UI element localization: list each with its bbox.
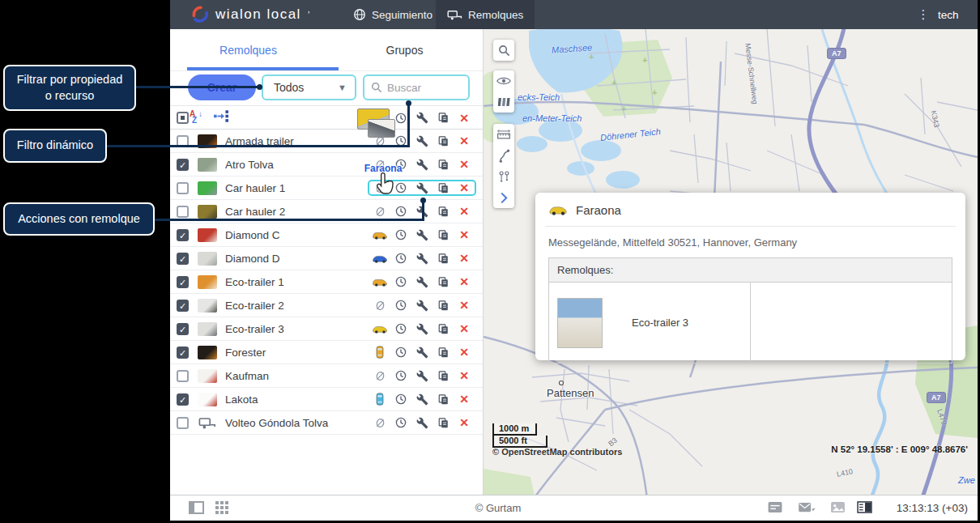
history-icon[interactable] — [390, 322, 411, 335]
map-layers-button[interactable] — [493, 91, 514, 113]
trailer-marker-faraona[interactable]: Faraona — [357, 108, 409, 198]
row-checkbox[interactable] — [177, 417, 189, 429]
copy-icon[interactable] — [432, 276, 454, 288]
unbind-icon[interactable] — [369, 300, 390, 312]
properties-icon[interactable] — [411, 393, 432, 406]
expand-tools-button[interactable] — [493, 187, 514, 208]
row-checkbox[interactable]: ✓ — [177, 323, 189, 335]
delete-icon[interactable]: ✕ — [454, 369, 475, 382]
trailer-name[interactable]: Diamond C — [225, 229, 369, 241]
tab-remolques-panel[interactable]: Remolques — [170, 29, 326, 70]
panel-toggle-icon[interactable] — [189, 501, 204, 517]
properties-icon[interactable] — [411, 182, 432, 194]
row-checkbox[interactable]: ✓ — [177, 276, 189, 288]
search-input[interactable] — [387, 82, 460, 94]
trailer-name[interactable]: Forester — [225, 347, 369, 359]
media-icon[interactable] — [830, 501, 846, 517]
bound-unit-icon[interactable] — [369, 393, 390, 406]
map-search-button[interactable] — [493, 40, 514, 61]
row-checkbox[interactable] — [177, 182, 189, 194]
history-icon[interactable] — [390, 369, 411, 382]
trailer-name[interactable]: Lakota — [225, 393, 369, 406]
properties-icon[interactable] — [411, 417, 432, 429]
apps-grid-icon[interactable] — [215, 501, 228, 517]
user-menu[interactable]: tech — [938, 0, 959, 29]
properties-icon[interactable] — [411, 300, 432, 312]
delete-icon[interactable]: ✕ — [454, 134, 475, 147]
trailer-name[interactable]: Kaufman — [225, 370, 369, 382]
visibility-button[interactable] — [493, 70, 514, 91]
row-checkbox[interactable]: ✓ — [177, 229, 189, 241]
nearest-units-button[interactable] — [493, 166, 514, 187]
trailer-name[interactable]: Car hauler 1 — [225, 182, 369, 194]
bound-unit-icon[interactable] — [369, 324, 390, 334]
history-icon[interactable] — [390, 252, 411, 265]
trailer-photo-thumb[interactable] — [198, 158, 217, 172]
trailer-photo-thumb[interactable] — [198, 299, 217, 313]
copy-icon[interactable] — [432, 347, 454, 359]
property-filter-dropdown[interactable]: Todos ▼ — [262, 74, 356, 100]
trailer-photo-thumb[interactable] — [198, 369, 217, 383]
trailer-name[interactable]: Volteo Góndola Tolva — [225, 417, 369, 429]
tab-grupos[interactable]: Grupos — [326, 29, 483, 70]
trailer-name[interactable]: Eco-trailer 2 — [225, 300, 369, 312]
tab-remolques[interactable]: Remolques — [436, 0, 535, 29]
history-icon[interactable] — [390, 393, 411, 406]
bound-unit-icon[interactable] — [369, 277, 390, 287]
ruler-button[interactable] — [493, 124, 514, 145]
unbind-icon[interactable] — [369, 206, 390, 218]
copy-icon[interactable] — [432, 393, 454, 406]
row-checkbox[interactable] — [177, 206, 189, 218]
trailer-photo-thumb[interactable] — [198, 205, 217, 219]
routing-button[interactable] — [493, 145, 514, 166]
history-icon[interactable] — [390, 346, 411, 359]
copy-icon[interactable] — [432, 182, 454, 194]
history-icon[interactable] — [390, 275, 411, 288]
trailer-name[interactable]: Eco-trailer 1 — [225, 276, 369, 288]
sms-icon[interactable] — [798, 501, 816, 517]
trailer-photo-thumb[interactable] — [198, 181, 217, 195]
delete-icon[interactable]: ✕ — [454, 299, 475, 312]
trailer-photo-thumb[interactable] — [198, 346, 217, 359]
row-checkbox[interactable]: ✓ — [177, 347, 189, 359]
trailer-photo-thumb[interactable] — [198, 275, 217, 289]
trailer-photo-thumb[interactable] — [198, 393, 217, 406]
row-checkbox[interactable] — [177, 370, 189, 382]
row-checkbox[interactable]: ✓ — [177, 300, 189, 312]
sort-az-icon[interactable]: A↓Z — [190, 111, 204, 125]
select-all-checkbox[interactable] — [177, 112, 189, 124]
delete-icon[interactable]: ✕ — [454, 393, 475, 406]
notices-icon[interactable] — [767, 501, 783, 517]
delete-header-icon[interactable]: ✕ — [454, 112, 475, 125]
row-checkbox[interactable]: ✓ — [177, 393, 189, 406]
properties-header-icon[interactable] — [411, 112, 432, 124]
properties-icon[interactable] — [411, 253, 432, 265]
properties-icon[interactable] — [411, 276, 432, 288]
unbind-icon[interactable] — [369, 370, 390, 382]
trailer-photo-thumb[interactable] — [198, 228, 217, 242]
copy-icon[interactable] — [432, 159, 454, 171]
properties-icon[interactable] — [411, 347, 432, 359]
trailer-photo-thumb[interactable] — [198, 322, 217, 336]
copy-icon[interactable] — [432, 300, 454, 312]
dynamic-worklist-icon[interactable] — [214, 110, 228, 125]
tab-seguimiento[interactable]: Seguimiento — [342, 0, 444, 29]
properties-icon[interactable] — [411, 135, 432, 147]
trailer-photo-thumb[interactable] — [198, 252, 217, 266]
copy-header-icon[interactable] — [432, 112, 454, 124]
copy-icon[interactable] — [432, 417, 454, 429]
delete-icon[interactable]: ✕ — [454, 252, 475, 265]
delete-icon[interactable]: ✕ — [454, 228, 475, 241]
trailer-name[interactable]: Eco-trailer 3 — [225, 323, 369, 335]
delete-icon[interactable]: ✕ — [454, 205, 475, 218]
copy-icon[interactable] — [432, 206, 454, 218]
copy-icon[interactable] — [432, 370, 454, 382]
copy-icon[interactable] — [432, 323, 454, 335]
delete-icon[interactable]: ✕ — [454, 322, 475, 335]
history-icon[interactable] — [390, 228, 411, 241]
delete-icon[interactable]: ✕ — [454, 275, 475, 288]
row-checkbox[interactable]: ✓ — [177, 159, 189, 171]
bound-unit-icon[interactable] — [369, 253, 390, 264]
delete-icon[interactable]: ✕ — [454, 181, 475, 194]
delete-icon[interactable]: ✕ — [454, 416, 475, 429]
